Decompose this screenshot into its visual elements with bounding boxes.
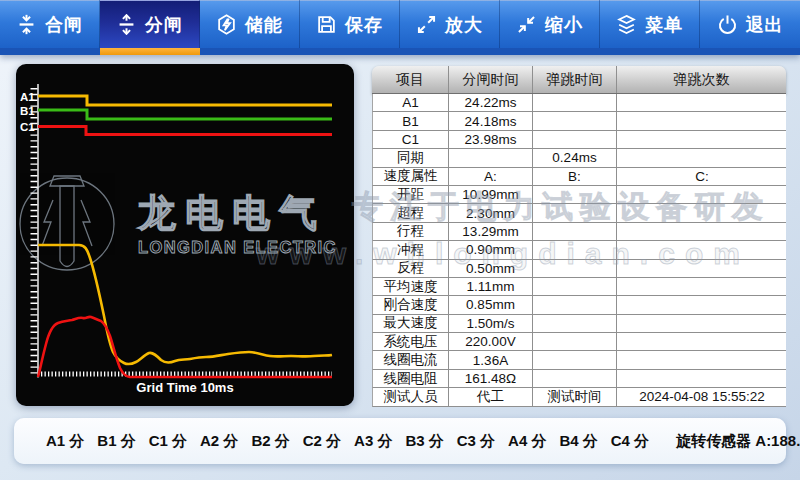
tab-open-switch[interactable]: 分闸	[100, 0, 200, 55]
table-cell: 冲程	[373, 241, 449, 258]
table-row: C1 23.98ms	[372, 131, 786, 149]
table-cell	[533, 315, 617, 332]
toolbar: 合闸 分闸 储能	[0, 0, 800, 55]
table-cell: 线圈电流	[373, 351, 449, 368]
close-switch-icon	[16, 14, 37, 35]
tab-label: 缩小	[545, 13, 583, 37]
table-cell	[617, 370, 787, 387]
channel-a4: A4 分	[508, 432, 546, 451]
table-cell: 24.22ms	[449, 94, 533, 111]
table-cell: B1	[373, 112, 449, 129]
table-row: B1 24.18ms	[372, 112, 786, 130]
table-cell	[617, 296, 787, 313]
table-cell: 开距	[373, 186, 449, 203]
trace-label-b1: B1	[20, 105, 35, 117]
table-cell	[617, 112, 787, 129]
table-cell	[617, 333, 787, 350]
tab-label: 合闸	[45, 13, 83, 37]
channel-c4: C4 分	[611, 432, 649, 451]
table-cell: A1	[373, 94, 449, 111]
table-cell: A:	[449, 168, 533, 185]
table-row: A1 24.22ms	[372, 94, 786, 112]
trace-a1	[38, 96, 332, 105]
table-cell: 161.48Ω	[449, 370, 533, 387]
channel-b3: B3 分	[405, 432, 443, 451]
channel-b4: B4 分	[559, 432, 597, 451]
channel-c1: C1 分	[149, 432, 187, 451]
tab-strip	[0, 48, 100, 55]
table-row: 最大速度 1.50m/s	[372, 315, 786, 333]
table-cell	[617, 131, 787, 148]
zoom-in-icon	[416, 14, 437, 35]
table-cell	[533, 204, 617, 221]
tab-strip	[300, 48, 400, 55]
table-cell	[617, 94, 787, 111]
trace-label-c1: C1	[20, 121, 35, 133]
longdian-logo-icon	[20, 176, 114, 270]
table-cell	[533, 333, 617, 350]
table-cell	[617, 351, 787, 368]
trace-c1	[38, 127, 332, 135]
table-cell: 0.90mm	[449, 241, 533, 258]
zoom-out-icon	[516, 14, 537, 35]
tab-menu[interactable]: 菜单	[600, 0, 700, 55]
current-curve	[38, 317, 332, 377]
table-cell	[617, 315, 787, 332]
table-row: 速度属性 A: B: C:	[372, 168, 786, 186]
tab-strip	[200, 48, 300, 55]
table-cell: 220.00V	[449, 333, 533, 350]
tab-label: 保存	[345, 13, 383, 37]
results-table: 项目 分闸时间 弹跳时间 弹跳次数 A1 24.22ms B1 24.18ms …	[372, 66, 786, 407]
table-row: 刚合速度 0.85mm	[372, 296, 786, 314]
col-header: 弹跳时间	[532, 66, 616, 93]
table-cell: 23.98ms	[449, 131, 533, 148]
trace-label-a1: A1	[20, 91, 35, 103]
table-cell: 线圈电阻	[373, 370, 449, 387]
table-cell	[617, 278, 787, 295]
tab-zoom-out[interactable]: 缩小	[500, 0, 600, 55]
table-cell: 24.18ms	[449, 112, 533, 129]
table-cell: 2.30mm	[449, 204, 533, 221]
table-cell	[533, 94, 617, 111]
table-cell: 1.11mm	[449, 278, 533, 295]
table-cell: 1.36A	[449, 351, 533, 368]
table-cell: B:	[533, 168, 617, 185]
table-cell	[617, 260, 787, 277]
table-cell	[533, 370, 617, 387]
table-cell: 同期	[373, 149, 449, 166]
table-header-row: 项目 分闸时间 弹跳时间 弹跳次数	[372, 66, 786, 94]
rotation-sensor-readout: 旋转传感器 A:188.4	[676, 432, 800, 451]
channel-a1: A1 分	[46, 432, 84, 451]
col-header: 项目	[372, 66, 448, 93]
tab-zoom-in[interactable]: 放大	[400, 0, 500, 55]
grid-time-label: Grid Time 10ms	[136, 380, 233, 395]
table-row: 线圈电流 1.36A	[372, 351, 786, 369]
channel-a3: A3 分	[354, 432, 392, 451]
table-cell: C1	[373, 131, 449, 148]
tab-label: 储能	[245, 13, 283, 37]
table-cell: 系统电压	[373, 333, 449, 350]
waveform-chart: 龙电电气 LONGDIAN ELECTRIC A1 B1 C1 Grid Tim…	[16, 64, 354, 406]
energy-icon	[216, 14, 237, 35]
save-icon	[316, 14, 337, 35]
table-cell	[533, 223, 617, 240]
channel-c2: C2 分	[303, 432, 341, 451]
active-tab-indicator	[100, 48, 200, 55]
table-cell: 测试人员	[373, 388, 449, 405]
col-header: 分闸时间	[448, 66, 532, 93]
table-row: 冲程 0.90mm	[372, 241, 786, 259]
table-row: 超程 2.30mm	[372, 204, 786, 222]
table-cell	[533, 296, 617, 313]
table-cell	[449, 149, 533, 166]
table-cell	[533, 351, 617, 368]
table-cell: 0.24ms	[533, 149, 617, 166]
tab-save[interactable]: 保存	[300, 0, 400, 55]
tab-energy-storage[interactable]: 储能	[200, 0, 300, 55]
table-cell	[533, 241, 617, 258]
tab-label: 退出	[746, 13, 784, 37]
tab-close-switch[interactable]: 合闸	[0, 0, 100, 55]
menu-icon	[616, 14, 637, 35]
table-cell	[533, 131, 617, 148]
tab-exit[interactable]: 退出	[700, 0, 800, 55]
table-cell: 行程	[373, 223, 449, 240]
